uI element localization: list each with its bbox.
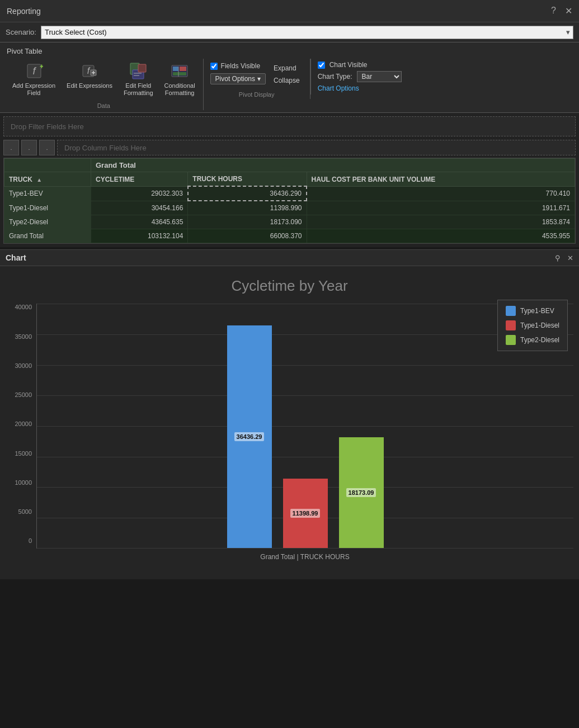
bar-value-label: 36436.29: [234, 432, 265, 441]
legend-label: Type2-Diesel: [520, 336, 559, 344]
chart-x-label: Grand Total | TRUCK HOURS: [36, 549, 573, 561]
chart-type-row: Chart Type: Bar: [318, 71, 416, 82]
expand-button[interactable]: Expand: [270, 63, 303, 73]
pivot-options-button[interactable]: Pivot Options ▾: [210, 73, 266, 84]
grand-total-header: Grand Total: [91, 159, 575, 172]
window-title: Reporting: [7, 7, 551, 16]
truck-hours-cell: 66008.370: [188, 229, 307, 243]
chart-plot: 36436.2911398.9918173.09 Grand Total | T…: [36, 304, 573, 561]
close-chart-icon[interactable]: ✕: [567, 254, 573, 262]
y-axis-label: 25000: [15, 391, 32, 398]
pivot-options-label: Pivot Options: [215, 75, 255, 83]
table-row[interactable]: Grand Total103132.10466008.3704535.955: [4, 229, 575, 243]
edit-field-formatting-icon: [128, 61, 148, 81]
svg-rect-15: [180, 67, 186, 71]
conditional-formatting-icon: [170, 61, 190, 81]
chart-options-row: Chart Options: [318, 84, 416, 92]
table-row[interactable]: Type2-Diesel43645.63518173.0901853.874: [4, 215, 575, 229]
col-truck-hours[interactable]: TRUCK HOURS: [188, 172, 307, 187]
grid-line: [37, 548, 573, 549]
cycletime-cell: 29032.303: [91, 186, 188, 201]
chart-visible-checkbox[interactable]: [318, 62, 325, 69]
scenario-select-wrapper[interactable]: Truck Select (Cost): [41, 26, 573, 39]
grand-total-header-cell: [4, 159, 91, 172]
edit-expressions-button[interactable]: f Edit Expressions: [63, 59, 116, 92]
chart-type-label: Chart Type:: [318, 73, 352, 81]
edit-expressions-icon: f: [79, 61, 100, 81]
chart-bar[interactable]: 36436.29: [227, 304, 272, 548]
fields-visible-label: Fields Visible: [221, 62, 260, 70]
chart-bars-area: 36436.2911398.9918173.09: [36, 304, 573, 549]
edit-field-formatting-button[interactable]: Edit FieldFormatting: [120, 59, 157, 99]
legend-item: Type1-BEV: [506, 306, 559, 316]
pivot-options-dropdown-icon: ▾: [257, 75, 261, 83]
conditional-formatting-label: ConditionalFormatting: [164, 82, 195, 97]
y-axis-label: 20000: [15, 420, 32, 427]
table-row[interactable]: Type1-BEV29032.30336436.290770.410: [4, 186, 575, 201]
chart-type-select[interactable]: Bar: [357, 71, 402, 82]
chart-bar[interactable]: 11398.99: [283, 304, 328, 548]
collapse-button[interactable]: Collapse: [270, 75, 303, 86]
expand-collapse-group: Expand Collapse: [270, 61, 303, 88]
drop-column-area[interactable]: Drop Column Fields Here: [57, 140, 576, 155]
chart-options-link[interactable]: Chart Options: [318, 84, 359, 92]
sort-arrow-icon: ▲: [36, 177, 42, 183]
add-expression-field-button[interactable]: f + Add ExpressionField: [9, 59, 59, 99]
y-axis-label: 35000: [15, 333, 32, 340]
col-cycletime[interactable]: CYCLETIME: [91, 172, 188, 187]
help-icon[interactable]: ?: [551, 6, 556, 16]
truck-cell: Type1-BEV: [4, 186, 91, 201]
chart-main-title: Cycletime by Year: [6, 272, 573, 304]
chart-header-icons: ⚲ ✕: [555, 254, 573, 262]
cycletime-cell: 30454.166: [91, 201, 188, 215]
chart-options-group: Chart Visible Chart Type: Bar Chart Opti…: [310, 59, 422, 94]
pivot-display-label: Pivot Display: [210, 90, 303, 99]
y-axis-label: 0: [29, 537, 32, 544]
cycletime-cell: 103132.104: [91, 229, 188, 243]
chart-visible-label: Chart Visible: [329, 61, 368, 69]
col-dot-2: .: [21, 140, 37, 155]
truck-hours-cell: 36436.290: [188, 186, 307, 201]
y-axis-label: 10000: [15, 479, 32, 486]
y-axis-label: 40000: [15, 304, 32, 310]
conditional-formatting-button[interactable]: ConditionalFormatting: [161, 59, 199, 99]
truck-cell: Type1-Diesel: [4, 201, 91, 215]
truck-hours-cell: 18173.090: [188, 215, 307, 229]
bar-value-label: 11398.99: [290, 509, 321, 518]
fields-visible-checkbox[interactable]: [210, 63, 218, 70]
svg-text:+: +: [40, 63, 43, 70]
haul-cost-cell: 4535.955: [307, 229, 575, 243]
legend-color-box: [506, 320, 516, 330]
chart-visible-row: Chart Visible: [318, 61, 416, 69]
chart-header: Chart ⚲ ✕: [0, 250, 579, 266]
legend-item: Type1-Diesel: [506, 320, 559, 330]
scenario-bar: Scenario: Truck Select (Cost): [0, 22, 579, 42]
table-row[interactable]: Type1-Diesel30454.16611398.9901911.671: [4, 201, 575, 215]
chart-bars-container: 36436.2911398.9918173.09: [37, 304, 573, 548]
chart-y-axis: 4000035000300002500020000150001000050000: [6, 304, 36, 561]
content-area: Drop Filter Fields Here . . . Drop Colum…: [0, 113, 579, 247]
drop-filter-area[interactable]: Drop Filter Fields Here: [3, 116, 576, 136]
y-axis-label: 15000: [15, 450, 32, 457]
add-expression-field-label: Add ExpressionField: [12, 82, 55, 97]
col-truck[interactable]: TRUCK ▲: [4, 172, 91, 187]
pivot-table: Grand Total TRUCK ▲ CYCLETIME TRUCK HOUR…: [4, 158, 575, 243]
pin-icon[interactable]: ⚲: [555, 254, 561, 262]
toolbar-row: f + Add ExpressionField f: [4, 59, 575, 110]
y-axis-label: 30000: [15, 362, 32, 369]
cycletime-cell: 43645.635: [91, 215, 188, 229]
close-icon[interactable]: ✕: [565, 6, 572, 16]
col-haul-cost[interactable]: HAUL COST PER BANK UNIT VOLUME: [307, 172, 575, 187]
scenario-label: Scenario:: [6, 28, 36, 36]
add-expression-field-icon: f +: [24, 61, 44, 81]
legend-label: Type1-BEV: [520, 307, 554, 315]
col-dot-3: .: [39, 140, 55, 155]
chart-bar[interactable]: 18173.09: [339, 304, 384, 548]
chart-body: 4000035000300002500020000150001000050000…: [6, 304, 573, 561]
legend-color-box: [506, 335, 516, 345]
haul-cost-cell: 1911.671: [307, 201, 575, 215]
legend-item: Type2-Diesel: [506, 335, 559, 345]
haul-cost-cell: 770.410: [307, 186, 575, 201]
chart-section: Chart ⚲ ✕ Cycletime by Year 400003500030…: [0, 249, 579, 579]
scenario-select[interactable]: Truck Select (Cost): [41, 26, 573, 39]
